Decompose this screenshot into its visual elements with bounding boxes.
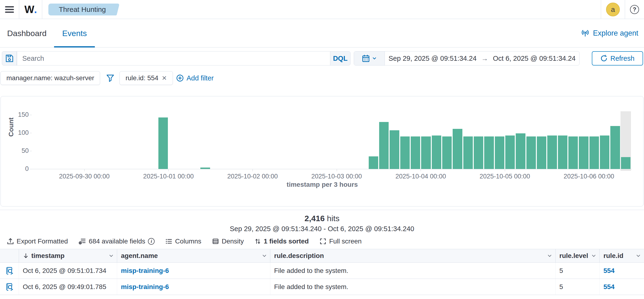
cell-agent-name: misp-training-6	[117, 263, 270, 278]
cell-timestamp: Oct 6, 2025 @ 09:49:01.785	[19, 279, 117, 295]
fields-sorted-button[interactable]: 1 fields sorted	[255, 237, 309, 245]
header-agent-name[interactable]: agent.name	[117, 249, 270, 262]
chevron-down-icon[interactable]	[591, 253, 596, 259]
remove-filter-icon[interactable]: ✕	[162, 75, 167, 82]
pinned-filter-icon[interactable]	[106, 74, 114, 82]
date-range[interactable]: Sep 29, 2025 @ 09:51:34.24 → Oct 6, 2025…	[385, 52, 579, 65]
histogram-bar[interactable]	[547, 136, 557, 169]
tab-dashboard[interactable]: Dashboard	[7, 19, 46, 47]
histogram-bar[interactable]	[463, 136, 473, 169]
histogram-bar[interactable]	[400, 136, 410, 169]
density-icon	[212, 238, 219, 245]
histogram-bar[interactable]	[158, 117, 168, 169]
histogram-bar[interactable]	[432, 136, 441, 169]
fullscreen-icon	[320, 238, 326, 245]
date-from[interactable]: Sep 29, 2025 @ 09:51:34.24	[389, 55, 476, 62]
help-icon[interactable]: ?	[630, 5, 639, 14]
hits-label: hits	[327, 214, 340, 223]
histogram-bar[interactable]	[390, 130, 399, 169]
histogram-bar[interactable]	[442, 136, 452, 169]
top-navbar: W. Threat Hunting a ?	[0, 0, 644, 19]
histogram-bar[interactable]	[200, 168, 210, 169]
histogram-bar[interactable]	[568, 136, 578, 169]
chevron-down-icon[interactable]	[108, 253, 114, 259]
histogram-bar[interactable]	[495, 136, 504, 169]
menu-icon[interactable]	[0, 0, 19, 19]
filter-pill-manager-name[interactable]: manager.name: wazuh-server	[0, 71, 100, 85]
y-axis-tick-mark	[30, 151, 32, 151]
histogram-bar[interactable]	[484, 136, 494, 169]
chevron-down-icon[interactable]	[262, 253, 267, 259]
y-axis-tick-mark	[30, 133, 32, 133]
date-to[interactable]: Oct 6, 2025 @ 09:51:34.24	[493, 55, 576, 62]
histogram-bar[interactable]	[453, 129, 462, 169]
cell-rule-description: File added to the system.	[270, 279, 556, 295]
x-axis-tick-label: 2025-10-05 00:00	[467, 173, 543, 180]
columns-button[interactable]: Columns	[166, 237, 201, 245]
histogram-bar[interactable]	[379, 122, 389, 169]
x-axis-tick-label: 2025-10-03 00:00	[299, 173, 375, 180]
avatar[interactable]: a	[606, 3, 620, 16]
histogram-bar[interactable]	[610, 126, 620, 169]
chevron-down-icon[interactable]	[636, 253, 641, 259]
hits-value: 2,416	[304, 214, 324, 223]
density-button[interactable]: Density	[212, 237, 244, 245]
histogram-bar[interactable]	[516, 133, 525, 169]
agent-link[interactable]: misp-training-6	[121, 283, 169, 291]
table-row: Oct 6, 2025 @ 09:51:01.734 misp-training…	[0, 263, 644, 279]
histogram-bar[interactable]	[505, 136, 515, 169]
header-expand-column	[0, 249, 19, 262]
full-screen-button[interactable]: Full screen	[320, 237, 362, 245]
histogram-bar[interactable]	[579, 136, 588, 169]
histogram-bar[interactable]	[421, 136, 430, 169]
events-table: timestamp agent.name rule.description	[0, 249, 644, 295]
save-query-button[interactable]	[2, 52, 17, 65]
refresh-label: Refresh	[610, 55, 634, 62]
add-filter-button[interactable]: Add filter	[176, 74, 214, 82]
search-input[interactable]	[17, 52, 330, 65]
x-axis-tick-mark	[168, 169, 168, 171]
module-tabbar: Dashboard Events Explore agent	[0, 19, 644, 48]
rule-id-link[interactable]: 554	[604, 267, 614, 274]
results-section: 2,416 hits Sep 29, 2025 @ 09:51:34.240 -…	[0, 210, 644, 299]
nav-divider	[42, 0, 42, 19]
refresh-icon	[600, 55, 608, 62]
query-language-button[interactable]: DQL	[330, 52, 350, 65]
histogram-bar[interactable]	[537, 136, 546, 169]
header-rule-level[interactable]: rule.level	[556, 249, 600, 262]
filter-bar: manager.name: wazuh-server rule.id: 554 …	[0, 71, 214, 85]
x-axis-line	[32, 169, 632, 169]
histogram-bar[interactable]	[526, 136, 536, 169]
header-rule-id[interactable]: rule.id	[600, 249, 644, 262]
histogram-bar[interactable]	[621, 157, 630, 169]
refresh-button[interactable]: Refresh	[592, 51, 643, 66]
logo-dot: .	[34, 4, 37, 16]
histogram-bar[interactable]	[474, 136, 483, 169]
header-timestamp[interactable]: timestamp	[19, 249, 117, 262]
histogram-bar[interactable]	[590, 136, 599, 169]
rule-id-link[interactable]: 554	[604, 283, 614, 291]
expand-document-button[interactable]	[0, 279, 19, 295]
histogram-bar[interactable]	[411, 136, 420, 169]
histogram-plot[interactable]: Count timestamp per 3 hours 050100150202…	[1, 96, 643, 206]
tab-events[interactable]: Events	[54, 19, 95, 47]
cell-rule-id: 554	[600, 263, 644, 278]
export-formatted-button[interactable]: Export Formatted	[7, 237, 68, 245]
agent-link[interactable]: misp-training-6	[121, 267, 169, 274]
wazuh-logo[interactable]: W.	[19, 0, 42, 19]
histogram-bar[interactable]	[558, 136, 568, 169]
explore-agent-button[interactable]: Explore agent	[581, 29, 638, 38]
expand-document-button[interactable]	[0, 263, 19, 278]
threat-hunting-page: W. Threat Hunting a ? Dashboard Events	[0, 0, 644, 299]
y-axis-tick-label: 0	[10, 165, 29, 172]
filter-pill-rule-id[interactable]: rule.id: 554 ✕	[120, 71, 172, 85]
calendar-button[interactable]	[354, 52, 385, 65]
header-rule-description[interactable]: rule.description	[270, 249, 556, 262]
histogram-bar[interactable]	[369, 156, 378, 169]
breadcrumb[interactable]: Threat Hunting	[48, 4, 113, 16]
x-axis-tick-label: 2025-10-06 00:00	[551, 173, 627, 180]
chevron-down-icon[interactable]	[547, 253, 552, 259]
histogram-bar[interactable]	[600, 136, 610, 169]
info-icon[interactable]: i	[148, 238, 154, 245]
available-fields-button[interactable]: 684 available fields i	[79, 237, 154, 245]
